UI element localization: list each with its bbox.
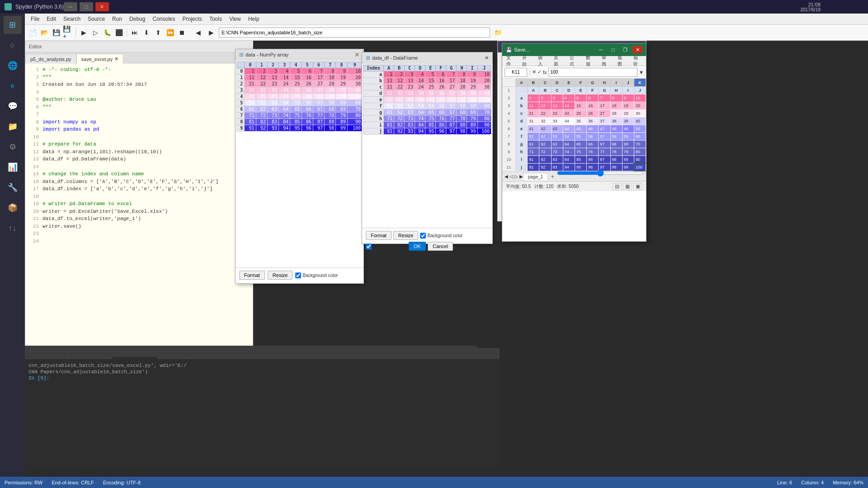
numpy-cell-5-9[interactable]: 60 bbox=[347, 100, 362, 106]
numpy-cell-2-4[interactable]: 25 bbox=[290, 81, 302, 87]
debug-button[interactable]: 🐛 bbox=[102, 27, 113, 38]
numpy-cell-7-9[interactable]: 80 bbox=[347, 113, 362, 119]
excel-cell-8K[interactable]: 70 bbox=[634, 141, 646, 148]
excel-cell-9J[interactable]: 79 bbox=[623, 148, 634, 155]
excel-cell-9F[interactable]: 75 bbox=[575, 148, 587, 155]
df-cell-f-9[interactable]: 60 bbox=[477, 103, 491, 109]
df-cell-a-7[interactable]: 8 bbox=[457, 71, 467, 78]
numpy-cell-6-9[interactable]: 70 bbox=[347, 106, 362, 113]
path-input[interactable] bbox=[219, 28, 490, 38]
df-cell-c-7[interactable]: 28 bbox=[457, 84, 467, 90]
df-cell-b-0[interactable]: 11 bbox=[383, 78, 394, 84]
numpy-cell-0-2[interactable]: 3 bbox=[267, 68, 278, 75]
numpy-cell-4-0[interactable]: 41 bbox=[245, 94, 256, 100]
numpy-cell-3-1[interactable]: 32 bbox=[256, 87, 267, 94]
df-cell-e-4[interactable]: 45 bbox=[425, 97, 436, 103]
df-cell-a-9[interactable]: 10 bbox=[477, 71, 491, 78]
numpy-cell-0-1[interactable]: 2 bbox=[256, 68, 267, 75]
df-cell-d-8[interactable]: 39 bbox=[467, 90, 477, 97]
df-cell-d-7[interactable]: 38 bbox=[457, 90, 467, 97]
excel-cell-7B[interactable]: 51 bbox=[528, 133, 539, 140]
sidebar-icon-files[interactable]: 📁 bbox=[4, 117, 22, 136]
excel-cell-7H[interactable]: 57 bbox=[599, 133, 610, 140]
excel-col-header-K[interactable]: K bbox=[634, 79, 646, 86]
excel-cell-6D[interactable]: 43 bbox=[552, 125, 563, 132]
df-cell-a-5[interactable]: 6 bbox=[436, 71, 446, 78]
df-cell-h-5[interactable]: 76 bbox=[436, 116, 446, 122]
numpy-cell-4-8[interactable]: 49 bbox=[336, 94, 347, 100]
excel-cell-7G[interactable]: 56 bbox=[587, 133, 599, 140]
excel-cell-10J[interactable]: 89 bbox=[623, 156, 634, 163]
df-cell-g-5[interactable]: 66 bbox=[436, 109, 446, 116]
df-cell-i-8[interactable]: 89 bbox=[467, 122, 477, 128]
numpy-cell-1-6[interactable]: 17 bbox=[313, 75, 324, 81]
excel-cell-2E[interactable]: 4 bbox=[563, 94, 575, 102]
numpy-cell-1-9[interactable]: 20 bbox=[347, 75, 362, 81]
numpy-cell-6-2[interactable]: 63 bbox=[267, 106, 278, 113]
excel-cell-9I[interactable]: 78 bbox=[611, 148, 623, 155]
excel-cell-6G[interactable]: 46 bbox=[587, 125, 599, 132]
excel-sheet-tab-page1[interactable]: page_1 bbox=[523, 173, 548, 180]
numpy-cell-7-7[interactable]: 78 bbox=[325, 113, 336, 119]
excel-cell-7I[interactable]: 58 bbox=[611, 133, 623, 140]
excel-cell-8F[interactable]: 65 bbox=[575, 141, 587, 148]
excel-cell-11C[interactable]: 92 bbox=[539, 164, 551, 171]
df-cell-f-0[interactable]: 51 bbox=[383, 103, 394, 109]
excel-cell-2D[interactable]: 3 bbox=[552, 94, 563, 102]
excel-cell-1H[interactable]: G bbox=[599, 87, 610, 94]
menu-source[interactable]: Source bbox=[84, 15, 108, 23]
excel-cell-2K[interactable]: 10 bbox=[634, 94, 646, 102]
numpy-cell-2-7[interactable]: 28 bbox=[325, 81, 336, 87]
maximize-button[interactable]: □ bbox=[80, 2, 93, 11]
numpy-cell-3-0[interactable]: 31 bbox=[245, 87, 256, 94]
excel-col-header-J[interactable]: J bbox=[623, 79, 634, 86]
excel-cell-9G[interactable]: 76 bbox=[587, 148, 599, 155]
df-cell-a-0[interactable]: 1 bbox=[383, 71, 394, 78]
dataframe-close-button[interactable]: ✕ bbox=[485, 55, 489, 61]
excel-cancel-icon[interactable]: ✕ bbox=[532, 69, 536, 75]
excel-cell-9B[interactable]: 71 bbox=[528, 148, 539, 155]
excel-cell-4E[interactable]: 24 bbox=[563, 110, 575, 117]
df-cell-g-7[interactable]: 68 bbox=[457, 109, 467, 116]
excel-cell-9C[interactable]: 72 bbox=[539, 148, 551, 155]
menu-projects[interactable]: Projects bbox=[179, 15, 206, 23]
excel-cell-5I[interactable]: 38 bbox=[611, 117, 623, 125]
numpy-cell-8-8[interactable]: 89 bbox=[336, 119, 347, 125]
df-cell-h-1[interactable]: 72 bbox=[394, 116, 405, 122]
sidebar-icon-search[interactable]: ○ bbox=[4, 36, 22, 54]
df-cell-i-1[interactable]: 82 bbox=[394, 122, 405, 128]
df-cell-c-2[interactable]: 23 bbox=[405, 84, 415, 90]
menu-file[interactable]: File bbox=[27, 15, 43, 23]
excel-cell-10C[interactable]: 82 bbox=[539, 156, 551, 163]
excel-cell-3B[interactable]: 11 bbox=[528, 102, 539, 109]
back-button[interactable]: ◀ bbox=[193, 27, 203, 38]
numpy-cell-5-3[interactable]: 54 bbox=[279, 100, 290, 106]
menu-help[interactable]: Help bbox=[245, 15, 263, 23]
df-cell-j-7[interactable]: 98 bbox=[457, 128, 467, 135]
numpy-cell-3-5[interactable]: 36 bbox=[302, 87, 313, 94]
excel-cell-4G[interactable]: 26 bbox=[587, 110, 599, 117]
df-cell-d-0[interactable]: 31 bbox=[383, 90, 394, 97]
numpy-cell-9-3[interactable]: 94 bbox=[279, 125, 290, 131]
excel-cell-6J[interactable]: 49 bbox=[623, 125, 634, 132]
excel-cell-5B[interactable]: 31 bbox=[528, 117, 539, 125]
excel-menu-formula[interactable]: 公式 bbox=[568, 54, 580, 68]
excel-cell-2H[interactable]: 7 bbox=[599, 94, 610, 102]
df-cell-g-9[interactable]: 70 bbox=[477, 109, 491, 116]
df-cell-b-4[interactable]: 15 bbox=[425, 78, 436, 84]
excel-cell-1D[interactable]: C bbox=[552, 87, 563, 94]
df-cell-c-5[interactable]: 26 bbox=[436, 84, 446, 90]
df-cell-i-6[interactable]: 87 bbox=[446, 122, 457, 128]
excel-cell-1C[interactable]: B bbox=[539, 87, 551, 94]
close-tab-icon[interactable]: ✕ bbox=[114, 56, 118, 62]
df-cell-j-0[interactable]: 91 bbox=[383, 128, 394, 135]
df-cell-a-4[interactable]: 5 bbox=[425, 71, 436, 78]
excel-cell-8C[interactable]: 62 bbox=[539, 141, 551, 148]
excel-col-header-B[interactable]: B bbox=[528, 79, 539, 86]
excel-menu-home[interactable]: 开始 bbox=[520, 54, 533, 68]
df-cell-f-5[interactable]: 56 bbox=[436, 103, 446, 109]
editor-content[interactable]: 1# -*- coding: utf-8 -*-2"""3Created on … bbox=[25, 64, 253, 370]
df-cell-c-0[interactable]: 21 bbox=[383, 84, 394, 90]
numpy-format-button[interactable]: Format bbox=[239, 271, 265, 280]
numpy-cell-7-6[interactable]: 77 bbox=[313, 113, 324, 119]
